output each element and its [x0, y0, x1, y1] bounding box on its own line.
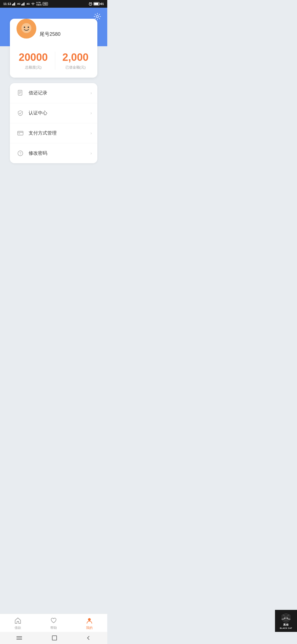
network-speed: 0.76KB/S	[36, 2, 42, 6]
svg-text:?: ?	[19, 151, 21, 155]
4g-label2: 4G	[26, 2, 30, 5]
username: 尾号2580	[40, 31, 61, 37]
signal1-icon	[12, 2, 16, 6]
svg-rect-3	[21, 4, 22, 6]
auth-center-label: 认证中心	[29, 110, 90, 116]
wifi-icon	[31, 2, 35, 6]
svg-point-13	[21, 23, 31, 33]
chevron-right-icon4: ›	[90, 151, 92, 156]
signal2-icon	[21, 2, 25, 6]
payment-mgmt-label: 支付方式管理	[29, 130, 90, 136]
svg-rect-5	[24, 2, 24, 6]
status-right: 91	[89, 2, 104, 6]
amounts-section: 20000 总额度(元) 2,000 已借金额(元)	[16, 50, 91, 70]
borrowed-amount-item: 2,000 已借金额(元)	[62, 52, 89, 70]
shield-icon	[15, 108, 25, 118]
battery-fill	[94, 3, 98, 5]
card-icon	[15, 128, 25, 138]
svg-point-14	[24, 27, 25, 28]
svg-point-11	[96, 15, 98, 18]
svg-point-15	[28, 27, 29, 28]
svg-rect-2	[14, 2, 15, 6]
loan-records-label: 借还记录	[29, 90, 90, 96]
total-amount-value: 20000	[19, 52, 48, 63]
borrowed-amount-label: 已借金额(元)	[62, 65, 89, 70]
status-left: 11:13 4G 4G 0.76KB/S HD	[3, 2, 48, 6]
avatar	[16, 19, 36, 39]
svg-rect-4	[23, 3, 23, 6]
status-bar: 11:13 4G 4G 0.76KB/S HD	[0, 0, 107, 8]
svg-rect-0	[12, 4, 13, 6]
total-amount-label: 总额度(元)	[19, 65, 48, 70]
hd-label: HD	[43, 2, 48, 6]
4g-label1: 4G	[17, 2, 20, 5]
time-display: 11:13	[3, 2, 11, 6]
chevron-right-icon3: ›	[90, 131, 92, 136]
battery-indicator	[94, 2, 100, 6]
chevron-right-icon: ›	[90, 91, 92, 95]
profile-header: 尾号2580	[16, 24, 91, 44]
avatar-face	[18, 20, 35, 37]
menu-item-auth-center[interactable]: 认证中心 ›	[10, 103, 97, 123]
battery-level: 91	[101, 2, 104, 6]
svg-rect-1	[13, 3, 14, 6]
alarm-icon	[89, 2, 92, 6]
change-password-label: 修改密码	[29, 150, 90, 156]
menu-item-change-password[interactable]: ? 修改密码 ›	[10, 143, 97, 163]
svg-rect-20	[18, 131, 23, 135]
svg-rect-22	[18, 133, 20, 134]
menu-item-payment-mgmt[interactable]: 支付方式管理 ›	[10, 123, 97, 143]
borrowed-amount-value: 2,000	[62, 52, 89, 63]
menu-item-loan-records[interactable]: 借还记录 ›	[10, 83, 97, 103]
total-amount-item: 20000 总额度(元)	[19, 52, 48, 70]
profile-card: 尾号2580 20000 总额度(元) 2,000 已借金额(元)	[10, 19, 97, 78]
list-icon	[15, 88, 25, 98]
menu-card: 借还记录 › 认证中心 › 支付方式管理	[10, 83, 97, 163]
chevron-right-icon2: ›	[90, 111, 92, 116]
amount-divider	[55, 52, 55, 70]
help-circle-icon: ?	[15, 148, 25, 158]
